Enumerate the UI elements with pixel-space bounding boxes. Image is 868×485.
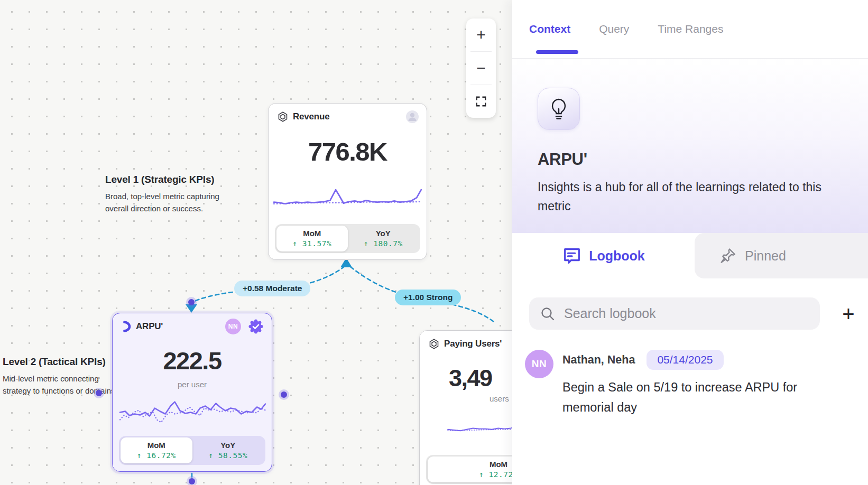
metric-hero-section: ARPU' Insights is a hub for all of the l…: [512, 59, 868, 233]
level1-title: Level 1 (Strategic KPIs): [105, 174, 235, 185]
metric-tree-canvas[interactable]: Level 1 (Strategic KPIs) Broad, top-leve…: [0, 0, 512, 485]
metric-value: 222.5: [113, 346, 272, 375]
fullscreen-icon: [475, 96, 487, 107]
arpu-top-handle[interactable]: [186, 297, 197, 307]
metric-value: 776.8K: [269, 137, 427, 166]
edge-label-moderate[interactable]: +0.58 Moderate: [234, 281, 310, 296]
arpu-left-handle[interactable]: [94, 388, 104, 398]
subtab-logbook-label: Logbook: [589, 248, 645, 264]
log-author: Nathan, Neha: [562, 353, 635, 367]
sparkline-arpu: [119, 396, 266, 426]
hexagon-metric-icon: [428, 338, 440, 350]
sparkline-revenue: [273, 184, 423, 210]
owner-initials-badge: NN: [225, 319, 241, 334]
zoom-in-button[interactable]: +: [466, 18, 496, 51]
subtab-logbook[interactable]: Logbook: [512, 233, 695, 278]
fit-view-button[interactable]: [466, 85, 496, 118]
card-title-paying-users: Paying Users': [444, 339, 512, 349]
log-message: Begin a Sale on 5/19 to increase ARPU fo…: [562, 377, 821, 417]
plus-icon: +: [476, 26, 486, 44]
arpu-right-handle[interactable]: [279, 389, 289, 400]
minus-icon: −: [476, 59, 486, 77]
metric-description: Insights is a hub for all of the learnin…: [538, 178, 836, 216]
crescent-metric-icon: [121, 321, 132, 332]
canvas-zoom-controls: + −: [466, 18, 496, 118]
logbook-toolbar: +: [529, 297, 868, 330]
yoy-percent: ↑ 180.7%: [348, 239, 419, 248]
yoy-toggle[interactable]: YoY ↑ 180.7%: [348, 226, 419, 251]
mom-toggle[interactable]: MoM ↑ 12.72%: [428, 456, 512, 482]
zoom-out-button[interactable]: −: [466, 52, 496, 85]
yoy-toggle[interactable]: YoY ↑ 58.55%: [192, 437, 264, 463]
card-title-revenue: Revenue: [293, 111, 401, 122]
tab-time-ranges[interactable]: Time Ranges: [658, 23, 723, 35]
level1-description: Broad, top-level metric capturing overal…: [105, 190, 235, 214]
logbook-search[interactable]: [529, 297, 820, 330]
edge-label-strong[interactable]: +1.00 Strong: [395, 290, 461, 305]
app-window: Level 1 (Strategic KPIs) Broad, top-leve…: [0, 0, 868, 485]
metric-value: 3,49: [449, 365, 492, 392]
mom-percent: ↑ 31.57%: [276, 239, 348, 248]
trend-footer: MoM ↑ 31.57% YoY ↑ 180.7%: [275, 224, 420, 253]
active-tab-underline: [536, 50, 578, 54]
subtab-pinned[interactable]: Pinned: [695, 233, 868, 278]
tab-query[interactable]: Query: [599, 23, 629, 35]
arpu-bottom-handle[interactable]: [187, 476, 197, 485]
level1-annotation: Level 1 (Strategic KPIs) Broad, top-leve…: [105, 174, 235, 214]
panel-tab-bar: Context Query Time Ranges: [512, 0, 868, 59]
card-title-arpu: ARPU': [136, 321, 221, 332]
search-icon: [540, 306, 556, 322]
author-avatar: NN: [525, 350, 553, 378]
yoy-percent: ↑ 58.55%: [192, 451, 264, 460]
mom-toggle[interactable]: MoM ↑ 31.57%: [276, 226, 348, 251]
metric-card-arpu[interactable]: ARPU' NN 222.5 per user: [112, 313, 272, 472]
mom-percent: ↑ 16.72%: [121, 451, 192, 460]
sparkline-paying-users: [426, 410, 512, 436]
logbook-pinned-tabs: Logbook Pinned: [512, 233, 868, 278]
metric-card-paying-users[interactable]: Paying Users' 3,49 users MoM ↑ 12.72%: [419, 330, 512, 485]
logbook-search-input[interactable]: [564, 306, 786, 321]
tab-context[interactable]: Context: [529, 23, 570, 35]
context-panel: Context Query Time Ranges ARPU' Insights…: [512, 0, 868, 485]
metric-card-revenue[interactable]: Revenue 776.8K MoM ↑ 31.57%: [268, 103, 427, 260]
log-entry[interactable]: NN Nathan, Neha 05/14/2025 Begin a Sale …: [525, 350, 842, 417]
lightbulb-icon: [548, 97, 569, 120]
verified-check-badge: [247, 318, 264, 335]
insights-tile: [538, 88, 580, 130]
level2-title: Level 2 (Tactical KPIs): [3, 356, 118, 368]
log-date-badge[interactable]: 05/14/2025: [647, 350, 723, 370]
add-log-entry-button[interactable]: +: [835, 300, 862, 328]
metric-unit: per user: [113, 380, 272, 389]
metric-unit: users: [490, 394, 509, 403]
trend-footer: MoM ↑ 12.72%: [426, 455, 512, 484]
pushpin-icon: [720, 247, 738, 265]
hexagon-metric-icon: [277, 111, 289, 123]
trend-footer: MoM ↑ 16.72% YoY ↑ 58.55%: [119, 436, 265, 465]
mom-toggle[interactable]: MoM ↑ 16.72%: [121, 437, 192, 463]
subtab-pinned-label: Pinned: [745, 248, 786, 264]
mom-percent: ↑ 12.72%: [428, 470, 512, 479]
metric-title: ARPU': [538, 150, 847, 169]
logbook-comment-icon: [562, 246, 582, 266]
owner-avatar-icon: [405, 110, 419, 124]
